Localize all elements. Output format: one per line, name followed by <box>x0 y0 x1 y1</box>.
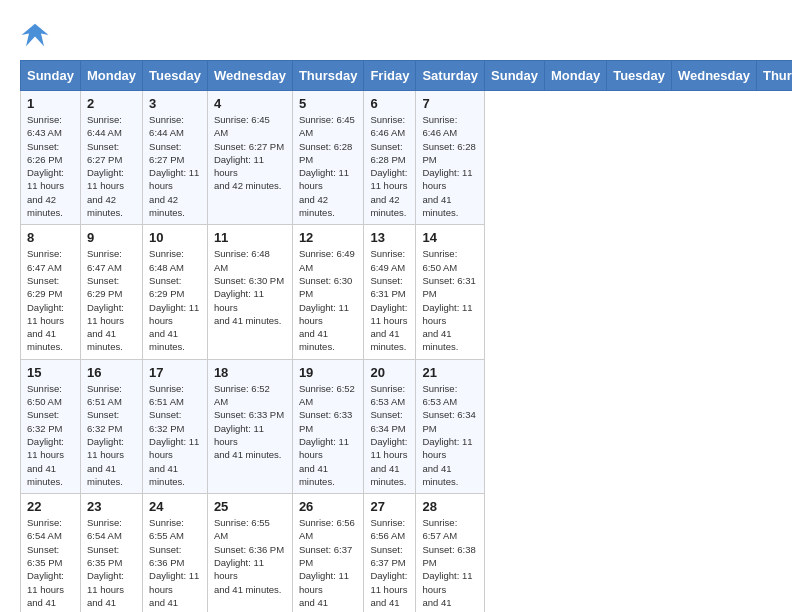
calendar-week-row: 15Sunrise: 6:50 AMSunset: 6:32 PMDayligh… <box>21 359 793 493</box>
day-number: 13 <box>370 230 409 245</box>
day-number: 16 <box>87 365 136 380</box>
calendar-day-header: Saturday <box>416 61 485 91</box>
day-info: Sunrise: 6:44 AMSunset: 6:27 PMDaylight:… <box>149 113 201 219</box>
day-number: 24 <box>149 499 201 514</box>
calendar-day-header: Monday <box>80 61 142 91</box>
day-info: Sunrise: 6:45 AMSunset: 6:28 PMDaylight:… <box>299 113 358 219</box>
day-info: Sunrise: 6:51 AMSunset: 6:32 PMDaylight:… <box>149 382 201 488</box>
day-info: Sunrise: 6:52 AMSunset: 6:33 PMDaylight:… <box>299 382 358 488</box>
day-info: Sunrise: 6:43 AMSunset: 6:26 PMDaylight:… <box>27 113 74 219</box>
day-number: 2 <box>87 96 136 111</box>
calendar-day-cell: 8Sunrise: 6:47 AMSunset: 6:29 PMDaylight… <box>21 225 81 359</box>
day-info: Sunrise: 6:51 AMSunset: 6:32 PMDaylight:… <box>87 382 136 488</box>
day-info: Sunrise: 6:56 AMSunset: 6:37 PMDaylight:… <box>299 516 358 612</box>
day-number: 20 <box>370 365 409 380</box>
calendar-week-row: 8Sunrise: 6:47 AMSunset: 6:29 PMDaylight… <box>21 225 793 359</box>
day-info: Sunrise: 6:46 AMSunset: 6:28 PMDaylight:… <box>422 113 478 219</box>
calendar-day-cell: 12Sunrise: 6:49 AMSunset: 6:30 PMDayligh… <box>292 225 364 359</box>
day-number: 1 <box>27 96 74 111</box>
day-number: 23 <box>87 499 136 514</box>
day-info: Sunrise: 6:53 AMSunset: 6:34 PMDaylight:… <box>422 382 478 488</box>
calendar-day-header: Wednesday <box>207 61 292 91</box>
day-info: Sunrise: 6:45 AMSunset: 6:27 PMDaylight:… <box>214 113 286 193</box>
calendar-day-header: Friday <box>364 61 416 91</box>
calendar-day-cell: 15Sunrise: 6:50 AMSunset: 6:32 PMDayligh… <box>21 359 81 493</box>
calendar-week-row: 22Sunrise: 6:54 AMSunset: 6:35 PMDayligh… <box>21 494 793 612</box>
calendar-header-row: SundayMondayTuesdayWednesdayThursdayFrid… <box>21 61 793 91</box>
calendar-day-cell: 11Sunrise: 6:48 AMSunset: 6:30 PMDayligh… <box>207 225 292 359</box>
day-number: 28 <box>422 499 478 514</box>
calendar-day-cell: 9Sunrise: 6:47 AMSunset: 6:29 PMDaylight… <box>80 225 142 359</box>
day-number: 14 <box>422 230 478 245</box>
calendar-day-cell: 2Sunrise: 6:44 AMSunset: 6:27 PMDaylight… <box>80 91 142 225</box>
day-number: 17 <box>149 365 201 380</box>
calendar-day-header: Monday <box>545 61 607 91</box>
calendar-day-cell: 27Sunrise: 6:56 AMSunset: 6:37 PMDayligh… <box>364 494 416 612</box>
calendar-day-header: Sunday <box>485 61 545 91</box>
svg-marker-0 <box>22 24 49 47</box>
day-info: Sunrise: 6:55 AMSunset: 6:36 PMDaylight:… <box>149 516 201 612</box>
calendar-day-cell: 28Sunrise: 6:57 AMSunset: 6:38 PMDayligh… <box>416 494 485 612</box>
calendar-day-cell: 18Sunrise: 6:52 AMSunset: 6:33 PMDayligh… <box>207 359 292 493</box>
day-number: 4 <box>214 96 286 111</box>
calendar-day-cell: 24Sunrise: 6:55 AMSunset: 6:36 PMDayligh… <box>143 494 208 612</box>
calendar-day-cell: 16Sunrise: 6:51 AMSunset: 6:32 PMDayligh… <box>80 359 142 493</box>
day-info: Sunrise: 6:56 AMSunset: 6:37 PMDaylight:… <box>370 516 409 612</box>
day-info: Sunrise: 6:53 AMSunset: 6:34 PMDaylight:… <box>370 382 409 488</box>
calendar-day-cell: 21Sunrise: 6:53 AMSunset: 6:34 PMDayligh… <box>416 359 485 493</box>
day-info: Sunrise: 6:50 AMSunset: 6:32 PMDaylight:… <box>27 382 74 488</box>
day-info: Sunrise: 6:54 AMSunset: 6:35 PMDaylight:… <box>87 516 136 612</box>
day-info: Sunrise: 6:47 AMSunset: 6:29 PMDaylight:… <box>87 247 136 353</box>
calendar-day-cell: 6Sunrise: 6:46 AMSunset: 6:28 PMDaylight… <box>364 91 416 225</box>
calendar-day-header: Sunday <box>21 61 81 91</box>
calendar-day-cell: 26Sunrise: 6:56 AMSunset: 6:37 PMDayligh… <box>292 494 364 612</box>
day-info: Sunrise: 6:46 AMSunset: 6:28 PMDaylight:… <box>370 113 409 219</box>
calendar-day-cell: 13Sunrise: 6:49 AMSunset: 6:31 PMDayligh… <box>364 225 416 359</box>
calendar-day-header: Tuesday <box>143 61 208 91</box>
calendar-day-cell: 1Sunrise: 6:43 AMSunset: 6:26 PMDaylight… <box>21 91 81 225</box>
day-number: 27 <box>370 499 409 514</box>
day-info: Sunrise: 6:52 AMSunset: 6:33 PMDaylight:… <box>214 382 286 462</box>
calendar-day-cell: 17Sunrise: 6:51 AMSunset: 6:32 PMDayligh… <box>143 359 208 493</box>
calendar-day-cell: 22Sunrise: 6:54 AMSunset: 6:35 PMDayligh… <box>21 494 81 612</box>
day-info: Sunrise: 6:54 AMSunset: 6:35 PMDaylight:… <box>27 516 74 612</box>
day-number: 12 <box>299 230 358 245</box>
day-number: 22 <box>27 499 74 514</box>
day-number: 7 <box>422 96 478 111</box>
day-info: Sunrise: 6:49 AMSunset: 6:30 PMDaylight:… <box>299 247 358 353</box>
calendar-table: SundayMondayTuesdayWednesdayThursdayFrid… <box>20 60 792 612</box>
day-number: 3 <box>149 96 201 111</box>
calendar-day-cell: 23Sunrise: 6:54 AMSunset: 6:35 PMDayligh… <box>80 494 142 612</box>
day-number: 6 <box>370 96 409 111</box>
day-info: Sunrise: 6:55 AMSunset: 6:36 PMDaylight:… <box>214 516 286 596</box>
logo <box>20 20 54 50</box>
day-number: 11 <box>214 230 286 245</box>
calendar-day-header: Thursday <box>292 61 364 91</box>
day-number: 25 <box>214 499 286 514</box>
day-info: Sunrise: 6:47 AMSunset: 6:29 PMDaylight:… <box>27 247 74 353</box>
day-info: Sunrise: 6:57 AMSunset: 6:38 PMDaylight:… <box>422 516 478 612</box>
day-number: 26 <box>299 499 358 514</box>
day-info: Sunrise: 6:49 AMSunset: 6:31 PMDaylight:… <box>370 247 409 353</box>
calendar-week-row: 1Sunrise: 6:43 AMSunset: 6:26 PMDaylight… <box>21 91 793 225</box>
calendar-day-cell: 20Sunrise: 6:53 AMSunset: 6:34 PMDayligh… <box>364 359 416 493</box>
page-header <box>20 20 772 50</box>
calendar-day-header: Tuesday <box>607 61 672 91</box>
logo-icon <box>20 20 50 50</box>
day-number: 5 <box>299 96 358 111</box>
day-number: 18 <box>214 365 286 380</box>
calendar-day-cell: 14Sunrise: 6:50 AMSunset: 6:31 PMDayligh… <box>416 225 485 359</box>
day-number: 21 <box>422 365 478 380</box>
day-info: Sunrise: 6:48 AMSunset: 6:29 PMDaylight:… <box>149 247 201 353</box>
calendar-day-cell: 25Sunrise: 6:55 AMSunset: 6:36 PMDayligh… <box>207 494 292 612</box>
calendar-day-header: Wednesday <box>671 61 756 91</box>
calendar-day-cell: 19Sunrise: 6:52 AMSunset: 6:33 PMDayligh… <box>292 359 364 493</box>
calendar-day-cell: 5Sunrise: 6:45 AMSunset: 6:28 PMDaylight… <box>292 91 364 225</box>
calendar-day-cell: 10Sunrise: 6:48 AMSunset: 6:29 PMDayligh… <box>143 225 208 359</box>
calendar-day-cell: 4Sunrise: 6:45 AMSunset: 6:27 PMDaylight… <box>207 91 292 225</box>
day-number: 9 <box>87 230 136 245</box>
calendar-day-header: Thursday <box>756 61 792 91</box>
day-number: 19 <box>299 365 358 380</box>
calendar-day-cell: 3Sunrise: 6:44 AMSunset: 6:27 PMDaylight… <box>143 91 208 225</box>
day-info: Sunrise: 6:44 AMSunset: 6:27 PMDaylight:… <box>87 113 136 219</box>
